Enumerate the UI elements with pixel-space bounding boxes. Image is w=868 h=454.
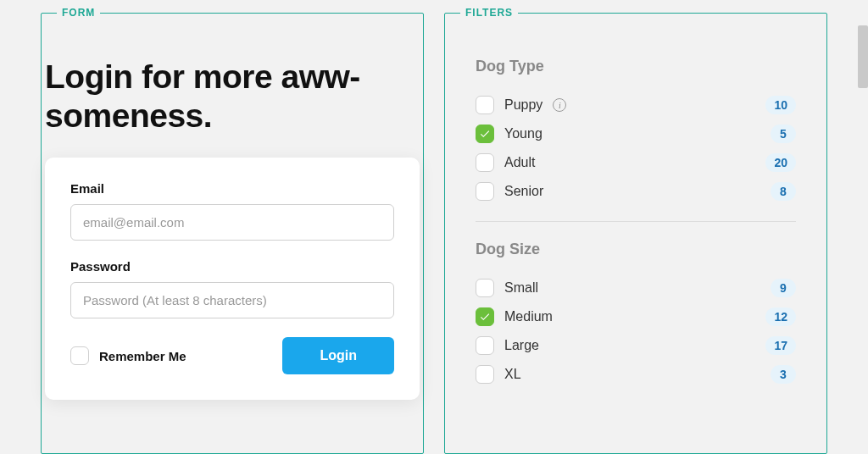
filter-checkbox[interactable] [476, 336, 494, 355]
password-field[interactable] [70, 282, 394, 318]
email-field[interactable] [70, 204, 394, 241]
form-panel: FORM Login for more aww-someness. Email … [41, 7, 424, 454]
scrollbar-thumb[interactable] [858, 25, 868, 88]
filter-label: Puppy [504, 97, 542, 113]
login-card: Email Password Remember Me Login [45, 158, 420, 400]
filter-count-badge: 5 [771, 125, 796, 143]
filter-row: Medium12 [476, 302, 796, 331]
filter-count-badge: 10 [765, 96, 796, 114]
divider [476, 221, 796, 222]
filter-row: Young5 [476, 119, 796, 148]
check-icon [479, 311, 491, 323]
filter-label: XL [504, 367, 521, 382]
info-icon[interactable]: i [553, 98, 566, 112]
filter-checkbox[interactable] [476, 153, 494, 172]
filter-checkbox[interactable] [476, 307, 494, 326]
filter-row: XL3 [476, 360, 796, 389]
filter-label: Adult [504, 155, 535, 170]
filters-panel: FILTERS Dog TypePuppyi10Young5Adult20Sen… [444, 7, 827, 454]
filter-group-title: Dog Size [476, 241, 796, 258]
login-button[interactable]: Login [282, 337, 394, 374]
filter-checkbox[interactable] [476, 96, 494, 114]
filter-label: Young [504, 126, 542, 141]
filter-count-badge: 12 [765, 307, 796, 326]
filter-count-badge: 8 [771, 182, 796, 201]
email-label: Email [70, 181, 394, 196]
form-legend: FORM [57, 7, 100, 19]
filter-count-badge: 3 [771, 365, 796, 384]
filter-checkbox[interactable] [476, 365, 494, 384]
filter-row: Puppyi10 [476, 91, 796, 119]
filter-label: Small [504, 280, 538, 296]
filters-legend: FILTERS [460, 7, 518, 19]
filter-row: Small9 [476, 274, 796, 302]
filter-label: Senior [504, 184, 543, 199]
filter-row: Large17 [476, 331, 796, 360]
filter-row: Senior8 [476, 177, 796, 206]
filter-label: Medium [504, 309, 553, 324]
filter-checkbox[interactable] [476, 182, 494, 201]
filter-count-badge: 17 [765, 336, 796, 355]
remember-me-label: Remember Me [99, 349, 186, 363]
login-headline: Login for more aww-someness. [42, 42, 423, 158]
filter-checkbox[interactable] [476, 279, 494, 297]
filter-count-badge: 20 [765, 153, 796, 172]
filter-label: Large [504, 338, 539, 353]
filter-row: Adult20 [476, 148, 796, 177]
filter-count-badge: 9 [771, 279, 796, 297]
filter-group-title: Dog Type [476, 58, 796, 75]
password-label: Password [70, 259, 394, 274]
remember-me-checkbox[interactable] [70, 346, 89, 365]
check-icon [479, 128, 491, 140]
filter-checkbox[interactable] [476, 125, 494, 143]
